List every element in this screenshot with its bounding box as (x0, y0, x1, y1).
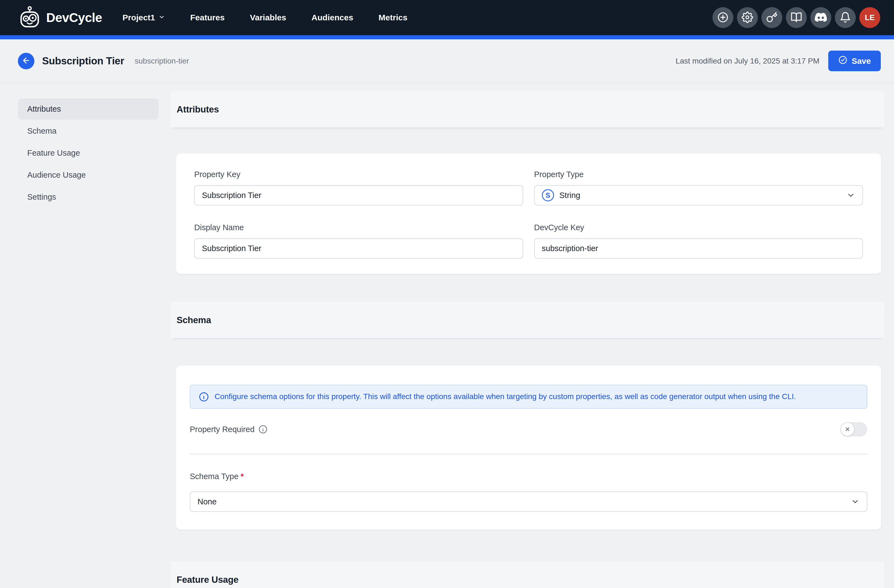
property-key-field-group: Property Key (194, 170, 523, 205)
schema-heading: Schema (177, 315, 211, 326)
top-nav: DevCycle Project1 Features Variables Aud… (0, 0, 894, 35)
display-name-label: Display Name (194, 223, 523, 232)
save-button[interactable]: Save (828, 51, 881, 71)
brand-wordmark: DevCycle (46, 10, 102, 25)
chevron-down-icon (159, 13, 165, 22)
required-asterisk: * (241, 472, 244, 481)
devcycle-key-field-group: DevCycle Key (534, 223, 863, 259)
sidebar-item-attributes[interactable]: Attributes (18, 98, 159, 120)
feature-usage-section: Feature Usage (171, 562, 884, 588)
sidebar-item-schema[interactable]: Schema (18, 121, 159, 142)
brand-logo[interactable]: DevCycle (18, 6, 102, 30)
chevron-down-icon (846, 191, 855, 200)
create-new-button[interactable] (713, 7, 733, 28)
attributes-section: Attributes Property Key Property Type S … (171, 91, 884, 274)
last-modified-text: Last modified on July 16, 2025 at 3:17 P… (676, 57, 820, 65)
property-key-input[interactable] (194, 185, 523, 205)
info-circle-icon (258, 425, 268, 434)
feature-usage-section-header: Feature Usage (171, 562, 884, 588)
toggle-knob: × (841, 423, 854, 436)
schema-banner-text: Configure schema options for this proper… (214, 392, 796, 401)
property-key-text: subscription-tier (135, 57, 189, 65)
schema-type-label-group: Schema Type * (190, 472, 867, 481)
display-name-field-group: Display Name (194, 223, 523, 259)
discord-button[interactable] (810, 7, 831, 28)
arrow-left-icon (22, 56, 30, 66)
schema-section-header: Schema (171, 302, 884, 338)
property-required-toggle[interactable]: × (840, 422, 867, 436)
schema-type-select[interactable]: None (190, 492, 867, 512)
schema-card-divider (190, 454, 867, 454)
devcycle-key-label: DevCycle Key (534, 223, 863, 232)
property-type-label: Property Type (534, 170, 863, 179)
bell-icon (840, 12, 851, 24)
nav-utility-icons: LE (713, 7, 880, 28)
primary-nav: Project1 Features Variables Audiences Me… (122, 13, 408, 22)
user-avatar[interactable]: LE (859, 7, 880, 28)
page-content: Attributes Schema Feature Usage Audience… (0, 83, 894, 588)
settings-button[interactable] (737, 7, 758, 28)
property-type-field-group: Property Type S String (534, 170, 863, 205)
toggle-off-x-glyph: × (845, 425, 850, 434)
attributes-card: Property Key Property Type S String (176, 154, 881, 274)
save-button-label: Save (852, 56, 871, 66)
page-title: Subscription Tier (42, 55, 124, 67)
chevron-down-icon (851, 497, 859, 506)
string-type-icon: S (542, 189, 554, 201)
schema-section: Schema Configure schema options for this… (171, 302, 884, 530)
accent-bar (0, 35, 894, 39)
devcycle-robot-icon (18, 6, 42, 30)
nav-item-audiences[interactable]: Audiences (311, 13, 353, 22)
plus-circle-icon (717, 12, 729, 24)
documentation-button[interactable] (786, 7, 807, 28)
attributes-section-header: Attributes (171, 91, 884, 127)
property-key-label: Property Key (194, 170, 523, 179)
book-open-icon (791, 12, 802, 24)
page-header: Subscription Tier subscription-tier Last… (0, 39, 894, 83)
nav-project-label: Project1 (122, 13, 155, 22)
info-icon (199, 392, 209, 402)
sidebar-item-audience-usage[interactable]: Audience Usage (18, 164, 159, 185)
main-panel: Attributes Property Key Property Type S … (171, 91, 884, 588)
feature-usage-heading: Feature Usage (177, 574, 239, 585)
schema-info-banner: Configure schema options for this proper… (190, 385, 867, 409)
property-required-label-group: Property Required (190, 425, 268, 434)
check-circle-icon (838, 55, 847, 66)
gear-icon (741, 12, 753, 24)
sidebar-item-settings[interactable]: Settings (18, 187, 159, 208)
nav-item-variables[interactable]: Variables (250, 13, 286, 22)
property-required-label: Property Required (190, 425, 254, 434)
section-sidebar: Attributes Schema Feature Usage Audience… (18, 98, 159, 588)
schema-type-label: Schema Type (190, 472, 239, 481)
schema-type-value: None (198, 497, 216, 506)
property-type-value: String (560, 191, 580, 200)
devcycle-key-input[interactable] (534, 238, 863, 259)
display-name-input[interactable] (194, 238, 523, 259)
attributes-heading: Attributes (177, 104, 219, 115)
notifications-button[interactable] (835, 7, 856, 28)
avatar-initials: LE (865, 13, 875, 22)
property-type-select[interactable]: S String (534, 185, 863, 205)
key-icon (766, 12, 778, 24)
back-button[interactable] (18, 53, 35, 69)
nav-item-metrics[interactable]: Metrics (379, 13, 408, 22)
schema-card: Configure schema options for this proper… (176, 365, 881, 530)
discord-icon (815, 11, 827, 24)
nav-item-features[interactable]: Features (190, 13, 225, 22)
nav-project-dropdown[interactable]: Project1 (122, 13, 165, 22)
devcycle-app: DevCycle Project1 Features Variables Aud… (0, 0, 894, 588)
api-keys-button[interactable] (761, 7, 782, 28)
sidebar-item-feature-usage[interactable]: Feature Usage (18, 142, 159, 164)
property-required-row: Property Required × (190, 422, 867, 436)
